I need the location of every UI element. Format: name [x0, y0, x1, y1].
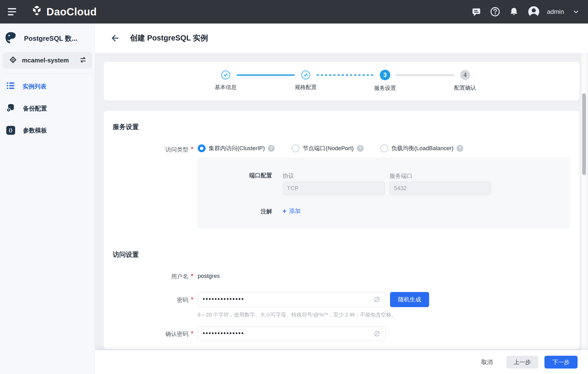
content: 基本信息 规格配置 3 服务设置 4 配置确认 服务设置 访问类型 * 集群内访…: [95, 53, 588, 350]
radio-unselected-icon[interactable]: [292, 144, 299, 152]
eye-off-icon[interactable]: [373, 296, 381, 303]
stepper: 基本信息 规格配置 3 服务设置 4 配置确认: [104, 62, 579, 101]
topbar: DaoCloud: [0, 0, 588, 24]
chat-icon[interactable]: [471, 7, 481, 17]
step-service-settings: 3 服务设置: [356, 70, 414, 92]
service-settings-form: 服务设置 访问类型 * 集群内访问(ClusterIP) ? 节点端口(Node…: [104, 111, 579, 349]
brand: DaoCloud: [31, 5, 97, 18]
service-port-input[interactable]: 5432: [389, 182, 491, 195]
port-config-label: 端口配置: [198, 172, 272, 179]
required-marker: *: [191, 146, 197, 153]
step-number: 3: [380, 70, 390, 80]
radio-nodeport[interactable]: 节点端口(NodePort) ?: [292, 144, 364, 152]
sidebar-divider: [3, 73, 92, 73]
username-label[interactable]: admin: [547, 8, 564, 15]
section-title-access: 访问设置: [113, 250, 139, 259]
generate-password-button[interactable]: 随机生成: [390, 292, 429, 307]
sidebar-item-label: 实例列表: [22, 83, 46, 91]
radio-label: 负载均衡(LoadBalancer): [391, 144, 453, 152]
bell-icon[interactable]: [509, 7, 519, 17]
cancel-button[interactable]: 取消: [481, 358, 493, 366]
protocol-input[interactable]: TCP: [283, 182, 385, 195]
sidebar-item-label: 参数模板: [23, 126, 47, 135]
step-confirm: 4 配置确认: [436, 70, 494, 91]
question-icon[interactable]: ?: [457, 145, 463, 152]
page-header: 创建 PostgreSQL 实例: [95, 24, 588, 53]
sidebar: PostgreSQL 数... mcamel-system 实例列表: [0, 24, 95, 374]
previous-step-button[interactable]: 上一步: [506, 356, 538, 369]
chevron-down-icon[interactable]: [573, 9, 579, 15]
radio-clusterip[interactable]: 集群内访问(ClusterIP) ?: [198, 144, 275, 152]
check-icon: [301, 71, 310, 79]
step-number: 4: [460, 70, 470, 80]
section-title-service: 服务设置: [113, 122, 139, 131]
confirm-password-field[interactable]: ••••••••••••••: [198, 327, 386, 341]
next-step-button[interactable]: 下一步: [544, 356, 578, 369]
step-basic-info: 基本信息: [197, 70, 254, 91]
radio-unselected-icon[interactable]: [380, 144, 388, 152]
list-icon: [6, 81, 15, 91]
port-config-panel: 端口配置 协议 TCP 服务端口 5432 注解 + 添加: [198, 158, 570, 228]
add-annotation-button[interactable]: + 添加: [283, 207, 301, 215]
sidebar-item-instance-list[interactable]: 实例列表: [0, 75, 95, 97]
wizard-footer: 取消 上一步 下一步: [95, 350, 588, 374]
question-icon[interactable]: ?: [268, 145, 275, 152]
check-icon: [221, 71, 230, 79]
sidebar-app-header: PostgreSQL 数...: [0, 24, 95, 52]
brand-name: DaoCloud: [46, 6, 97, 18]
backup-icon: [6, 103, 15, 114]
protocol-label: 协议: [283, 172, 294, 180]
help-icon[interactable]: [490, 7, 500, 17]
sidebar-item-label: 备份配置: [23, 104, 47, 113]
add-label: 添加: [289, 207, 301, 215]
eye-off-icon[interactable]: [373, 330, 381, 337]
postgresql-logo: [4, 31, 17, 45]
username-value: postgres: [198, 273, 220, 279]
workspace-cube-icon: [9, 56, 17, 65]
password-hint: 8～20 个字符，使用数字、大小写字母、特殊符号!@%^*，至少 2 种；不能包…: [198, 311, 397, 318]
radio-label: 集群内访问(ClusterIP): [209, 144, 265, 152]
step-label: 配置确认: [436, 84, 494, 91]
step-label: 基本信息: [197, 84, 254, 91]
braces-icon: {}: [6, 126, 15, 135]
page-title: 创建 PostgreSQL 实例: [130, 33, 208, 43]
service-port-label: 服务端口: [389, 172, 412, 180]
confirm-password-label: 确认密码: [104, 330, 188, 338]
required-marker: *: [191, 273, 197, 280]
username-label: 用户名: [104, 273, 188, 280]
annotation-label: 注解: [198, 208, 272, 215]
access-type-label: 访问类型: [104, 146, 188, 154]
radio-label: 节点端口(NodePort): [303, 144, 354, 152]
plus-icon: +: [283, 208, 286, 214]
password-masked-value: ••••••••••••••: [203, 296, 373, 302]
radio-selected-icon[interactable]: [198, 144, 206, 152]
password-label: 密码: [104, 296, 188, 304]
sidebar-item-parameter-template[interactable]: {} 参数模板: [0, 119, 95, 141]
required-marker: *: [191, 330, 197, 337]
hamburger-icon[interactable]: [8, 7, 17, 16]
scrollbar-thumb[interactable]: [582, 93, 586, 175]
workspace-selector[interactable]: mcamel-system: [3, 52, 92, 68]
step-spec-config: 规格配置: [277, 70, 334, 91]
avatar[interactable]: [528, 6, 540, 18]
app-title: PostgreSQL 数...: [24, 34, 77, 43]
radio-loadbalancer[interactable]: 负载均衡(LoadBalancer) ?: [380, 144, 463, 152]
required-marker: *: [191, 296, 197, 303]
step-label: 服务设置: [356, 84, 414, 92]
step-label: 规格配置: [277, 84, 334, 91]
confirm-password-masked-value: ••••••••••••••: [203, 330, 373, 336]
swap-icon[interactable]: [79, 56, 87, 65]
sidebar-item-backup-config[interactable]: 备份配置: [0, 97, 95, 119]
back-arrow-icon[interactable]: [110, 33, 119, 43]
question-icon[interactable]: ?: [357, 145, 364, 152]
daocloud-logo: [31, 5, 43, 18]
password-field[interactable]: ••••••••••••••: [198, 292, 386, 307]
workspace-name: mcamel-system: [22, 57, 69, 64]
